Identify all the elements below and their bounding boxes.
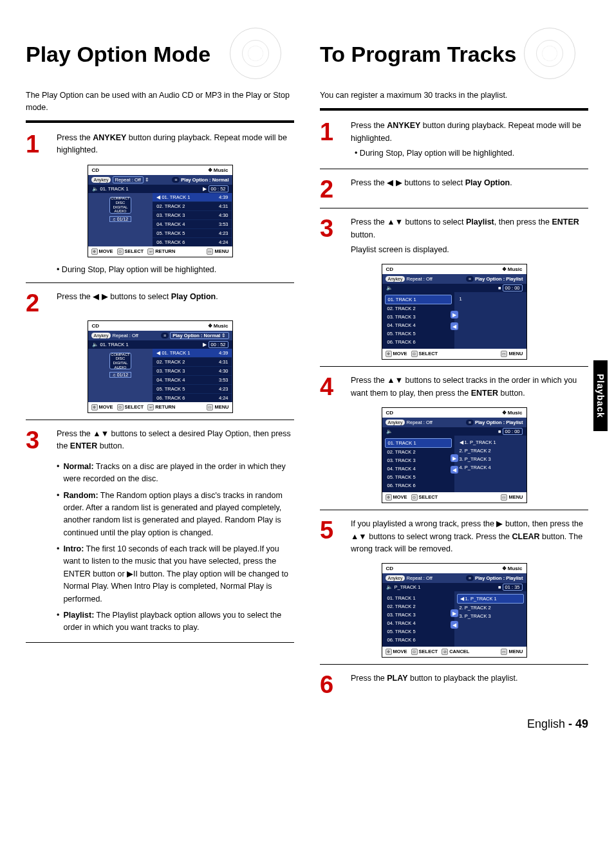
- r-step5-text: If you playlisted a wrong track, press t…: [351, 518, 588, 558]
- menu-icon: ▭: [207, 404, 213, 411]
- select-icon: ⊙: [411, 351, 418, 357]
- anykey-pill: Anykey: [386, 575, 405, 581]
- divider: [320, 664, 588, 665]
- speaker-icon: 01. TRACK 1: [92, 342, 129, 347]
- divider: [26, 642, 294, 643]
- select-icon: ⊙: [117, 248, 124, 255]
- divider: [320, 108, 588, 111]
- anykey-pill: Anykey: [386, 276, 405, 282]
- track-count-tag: ♫ 01/12: [109, 372, 132, 378]
- note-during-stop: • During Stop, Play option will be highl…: [57, 264, 294, 276]
- step-number-3: 3: [26, 428, 49, 456]
- select-icon: ⊙: [411, 649, 418, 655]
- speaker-icon: 01. TRACK 1: [92, 186, 129, 192]
- step1-text: Press the ANYKEY button during playback.…: [57, 132, 294, 160]
- disc-icon: COMPACT DISC DIGITAL AUDIO: [109, 197, 131, 214]
- left-lead: The Play Option can be used with an Audi…: [26, 89, 294, 114]
- speaker-icon: P_TRACK 1: [386, 584, 421, 590]
- step-number-5: 5: [320, 518, 343, 558]
- step-number-4: 4: [320, 374, 343, 402]
- bullet-intro: •Intro: The first 10 seconds of each tra…: [57, 543, 294, 605]
- divider: [26, 120, 294, 123]
- cancel-icon: ⊘: [442, 649, 448, 655]
- screenshot-cd-1: CD❖ Music Anykey Repeat : Off ⇕ ≡ Play O…: [88, 165, 233, 257]
- r-step1-text: Press the ANYKEY button during playback.…: [351, 120, 588, 162]
- screenshot-playlist-2: CD❖ Music Anykey Repeat : Off ≡ Play Opt…: [382, 407, 527, 503]
- right-column: To Program Tracks You can register a max…: [320, 39, 588, 702]
- step2-text: Press the ◀ ▶ buttons to select Play Opt…: [57, 291, 294, 315]
- left-column: Play Option Mode The Play Option can be …: [26, 39, 294, 702]
- arrow-left-icon: ◀: [451, 621, 458, 629]
- step-number-2: 2: [320, 177, 343, 201]
- step-number-2: 2: [26, 291, 49, 315]
- divider: [320, 510, 588, 510]
- left-title: Play Option Mode: [26, 39, 294, 78]
- right-lead: You can register a maximum 30 tracks in …: [320, 89, 588, 102]
- list-icon: ≡: [466, 276, 474, 282]
- list-icon: ≡: [466, 420, 474, 425]
- select-icon: ⊙: [117, 404, 124, 411]
- move-icon: ✥: [386, 494, 392, 501]
- disc-icon: COMPACT DISC DIGITAL AUDIO: [109, 353, 131, 369]
- r-step6-text: Press the PLAY button to playback the pl…: [351, 672, 588, 697]
- list-icon: ≡: [466, 575, 474, 581]
- return-icon: ↩: [147, 404, 154, 411]
- anykey-pill: Anykey: [91, 333, 111, 338]
- arrow-left-icon: ◀: [451, 322, 458, 330]
- divider: [26, 420, 294, 420]
- move-icon: ✥: [91, 404, 98, 411]
- repeat-box: Repeat : Off: [113, 176, 144, 183]
- menu-icon: ▭: [207, 248, 213, 255]
- bullet-normal: •Normal: Tracks on a disc are played in …: [57, 461, 294, 486]
- menu-icon: ▭: [501, 649, 507, 655]
- arrow-right-icon: ▶: [451, 311, 458, 319]
- track-count-tag: ♫ 01/12: [109, 216, 132, 222]
- screenshot-playlist-3: CD❖ Music Anykey Repeat : Off ≡ Play Opt…: [382, 563, 527, 658]
- arrow-right-icon: ▶: [451, 609, 458, 617]
- anykey-pill: Anykey: [91, 177, 111, 183]
- page-footer: English - 49: [26, 717, 588, 731]
- anykey-pill: Anykey: [386, 420, 405, 425]
- step-number-1: 1: [320, 120, 343, 162]
- move-icon: ✥: [91, 248, 98, 255]
- move-icon: ✥: [386, 351, 392, 357]
- menu-icon: ▭: [501, 494, 507, 501]
- divider: [320, 169, 588, 169]
- side-tab-playback: Playback: [593, 360, 608, 431]
- divider: [26, 282, 294, 283]
- speaker-icon: [386, 429, 395, 434]
- step-number-6: 6: [320, 672, 343, 697]
- divider: [320, 366, 588, 367]
- step3-text: Press the ▲▼ buttons to select a desired…: [57, 428, 294, 456]
- right-title: To Program Tracks: [320, 39, 588, 78]
- arrow-left-icon: ◀: [451, 466, 458, 474]
- r-step3-text: Press the ▲▼ buttons to select Playlist,…: [351, 216, 588, 259]
- screenshot-cd-2: CD❖ Music Anykey Repeat : Off ≡ Play Opt…: [88, 320, 233, 413]
- screenshot-playlist-1: CD❖ Music Anykey Repeat : Off ≡ Play Opt…: [382, 264, 527, 360]
- select-icon: ⊙: [411, 494, 418, 501]
- step-number-1: 1: [26, 132, 49, 160]
- menu-icon: ▭: [501, 351, 507, 357]
- speaker-icon: [386, 285, 395, 291]
- return-icon: ↩: [147, 248, 154, 255]
- step-number-3: 3: [320, 216, 343, 259]
- bullet-random: •Random: The Random option plays a disc'…: [57, 490, 294, 540]
- move-icon: ✥: [386, 649, 392, 655]
- list-icon: ≡: [161, 333, 169, 338]
- arrow-right-icon: ▶: [451, 454, 458, 462]
- divider: [320, 208, 588, 208]
- list-icon: ≡: [172, 177, 180, 183]
- r-step2-text: Press the ◀ ▶ buttons to select Play Opt…: [351, 177, 588, 201]
- r-step4-text: Press the ▲▼ buttons to select tracks in…: [351, 374, 588, 402]
- bullet-playlist: •Playlist: The Playlist playback option …: [57, 609, 294, 634]
